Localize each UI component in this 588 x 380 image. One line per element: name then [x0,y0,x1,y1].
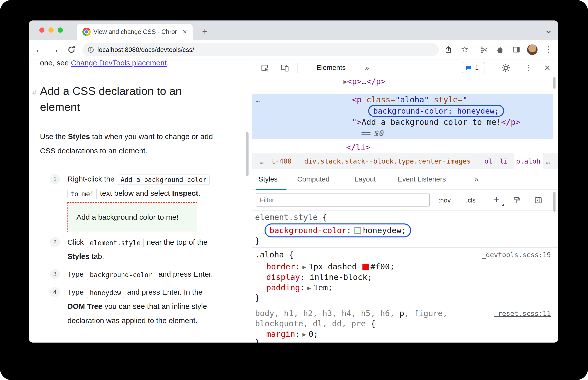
breadcrumb-item[interactable]: ol [484,153,493,169]
dom-selected-line3[interactable]: ">Add a background color to me!</p> [352,117,520,128]
toggle-hover-state-button[interactable]: :hov [438,190,451,211]
site-info-icon[interactable] [87,46,94,53]
selector-aloha[interactable]: .aloha [255,250,289,259]
profile-avatar[interactable] [527,44,538,55]
inspect-element-icon[interactable] [261,64,269,72]
breadcrumb-item[interactable]: t-400 [271,153,292,169]
share-icon[interactable] [442,44,454,56]
css-property-value[interactable]: inline-block; [305,272,372,282]
console-ref-badge: $0 [374,129,384,138]
tab-search-chevron-icon[interactable] [543,26,555,38]
doc-scrollbar-thumb[interactable] [246,132,249,176]
rule-aloha-selector[interactable]: .aloha { [255,249,294,260]
selector-matched-p[interactable]: p [399,309,404,318]
browser-menu-icon[interactable]: ⋮ [543,44,555,56]
selected-dom-node-highlight[interactable]: … <p class="aloha" style=" background-co… [252,94,553,139]
heading-anchor-hash[interactable]: # [32,85,36,101]
devtools-close-button[interactable]: × [542,59,552,76]
css-property-name[interactable]: padding [266,283,300,292]
bookmark-star-icon[interactable]: ☆ [459,44,471,56]
css-property-value[interactable]: 1px dashed [308,262,361,271]
tab-close-button[interactable]: × [181,27,189,36]
expand-value-triangle-icon[interactable]: ▶ [302,264,306,270]
tab-event-listeners[interactable]: Event Listeners [398,169,446,189]
breadcrumb-item[interactable]: li [500,153,508,169]
step2-text2: near the top of the [145,238,208,246]
dom-row-collapsed-p[interactable]: ▶<p>…</p> [343,76,386,87]
rule-reset-selectors-line2[interactable]: blockquote, dl, dd, pre { [255,318,375,329]
dom-scrollbar-thumb[interactable] [553,77,556,89]
traffic-light-zoom[interactable] [58,27,63,33]
css-property-value[interactable]: 1em; [313,283,333,292]
toggle-sidebar-icon[interactable] [534,196,543,205]
red-color-swatch[interactable] [362,264,369,270]
honeydew-color-swatch[interactable] [354,227,361,234]
dom-selected-line1[interactable]: <p class="aloha" style=" [352,94,467,105]
new-style-rule-button[interactable]: + [493,190,499,210]
css-property-name[interactable]: border [266,262,295,271]
expand-value-triangle-icon[interactable]: ▶ [302,332,306,337]
browser-tab[interactable]: View and change CSS - Chrom × [77,24,193,40]
breadcrumb-item[interactable]: div.stack.stack--block.type.center-image… [304,153,471,169]
css-property-value[interactable]: 0; [308,329,318,339]
dom-text-node: Add a background color to me! [362,117,501,127]
breadcrumb-overflow-left[interactable]: … [260,153,264,169]
stylesheet-source-link[interactable]: _devtools.scss:19 [482,249,551,260]
scissors-extension-icon[interactable] [478,44,490,56]
declaration-margin[interactable]: margin:▶0; [266,329,318,340]
devtools-menu-icon[interactable]: ⋮ [524,59,532,76]
toggle-class-button[interactable]: .cls [466,190,476,211]
css-property-value[interactable]: honeydew; [363,226,406,235]
attr-style: style= [434,95,463,104]
rule-element-style-selector[interactable]: element.style { [255,212,327,223]
side-panel-icon[interactable] [510,44,522,56]
declaration-display[interactable]: display: inline-block; [266,272,372,283]
inline-style-declaration[interactable]: background-color: honeydew; [373,106,499,115]
step1-line2: to me! text below and select Inspect. [67,186,200,200]
more-tabs-chevron[interactable]: » [474,169,479,189]
styles-scrollbar-thumb[interactable] [553,192,556,212]
css-property-name[interactable]: background-color [270,226,346,235]
css-property-name[interactable]: display [266,272,300,282]
device-toolbar-icon[interactable] [281,64,289,72]
demo-target-text[interactable]: Add a background color to me! [76,203,179,232]
devtools-placement-link[interactable]: Change DevTools placement [71,59,167,67]
more-panels-chevron[interactable]: » [365,59,369,76]
issues-counter[interactable]: 1 [462,62,485,73]
elements-panel-tab[interactable]: Elements [316,59,346,76]
reload-button[interactable] [65,44,77,56]
new-rule-corner-indicator [502,204,504,206]
breadcrumb-overflow-right[interactable]: … [546,153,550,169]
stylesheet-source-link[interactable]: _reset.scss:11 [494,308,551,319]
declaration-border[interactable]: border:▶1px dashed #f00; [266,261,395,273]
back-button[interactable]: ← [33,44,45,56]
forward-button[interactable]: → [49,44,61,56]
equals-sign: == [361,129,371,138]
declaration-padding[interactable]: padding:▶1em; [266,282,333,294]
expand-value-triangle-icon[interactable]: ▶ [307,285,311,291]
css-property-value[interactable]: #f00; [370,262,394,271]
paint-roller-icon[interactable] [513,196,522,205]
css-property-name[interactable]: margin [266,329,295,339]
rule-reset-selectors-line1[interactable]: body, h1, h2, h3, h4, h5, h6, p, figure, [255,308,448,319]
step3-line1: Type background-color and press Enter. [67,267,213,281]
demo-target-box[interactable]: Add a background color to me! [67,202,197,232]
selector-element-style[interactable]: element.style [255,212,322,222]
tab-computed[interactable]: Computed [297,169,329,189]
expand-inline-ellipsis-button[interactable]: … [256,94,260,105]
traffic-light-close[interactable] [39,27,44,33]
settings-gear-icon[interactable] [502,64,510,72]
new-tab-button[interactable]: + [199,26,211,38]
expand-triangle-icon[interactable]: ▶ [343,79,347,84]
tab-layout[interactable]: Layout [355,169,376,189]
traffic-light-minimize[interactable] [48,27,54,33]
dom-row-li-close[interactable]: </li> [346,142,370,153]
brace-open: { [289,250,294,259]
address-bar[interactable]: localhost:8080/docs/devtools/css/ [82,43,439,56]
tab-styles[interactable]: Styles [259,169,278,189]
collapsed-ellipsis[interactable]: … [361,77,366,86]
step4-text3: you can see that an inline style [102,302,207,310]
breadcrumb-item-selected[interactable]: p.aloh [516,153,541,169]
filter-input[interactable] [256,193,430,207]
extensions-puzzle-icon[interactable] [494,44,506,56]
